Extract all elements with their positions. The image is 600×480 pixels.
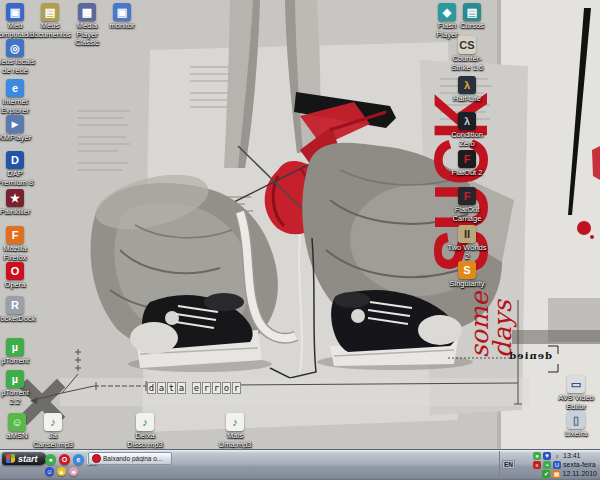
desktop-icon-painkiller[interactable]: ★Painkiller [0, 189, 35, 217]
mozilla-firefox-icon: F [6, 226, 24, 244]
mp3-2-icon: ♪ [136, 413, 154, 431]
desktop-icon-condition-zero[interactable]: λCondition Zero [447, 112, 487, 148]
dap-premium-icon: D [6, 151, 24, 169]
start-button-label: start [18, 454, 38, 464]
desktop-icon-mp3-2[interactable]: ♪Deixa Disso.mp3 [125, 413, 165, 449]
utorrent-2-icon: µ [6, 370, 24, 388]
media-player-classic-icon: ▦ [78, 3, 96, 21]
cursos-label: Cursos [452, 22, 492, 31]
flatout-2-label: FlatOut 2 [447, 169, 487, 178]
half-life-icon: λ [458, 76, 476, 94]
taskbar-window-button-label: Baixando página o... [103, 455, 162, 462]
desktop-screen: SUCK some days dataerror denied ▣Meu com… [0, 0, 600, 480]
amsn-label: aMSN [0, 432, 37, 441]
wallpaper-data-error-text: dataerror [147, 382, 241, 394]
flatout-2-icon: F [458, 150, 476, 168]
desktop-icon-flatout-2[interactable]: FFlatOut 2 [447, 150, 487, 178]
desktop-icon-amsn[interactable]: ☺aMSN [0, 413, 37, 441]
flatout-carnage-label: FlatOut Carnage [447, 206, 487, 223]
opera-quick-icon[interactable]: O [59, 454, 70, 465]
meus-locais-de-rede-label: Meus locais de rede [0, 58, 35, 75]
internet-explorer-icon: e [6, 79, 24, 97]
desktop-icon-singularity[interactable]: SSingularity [447, 261, 487, 289]
rocketdock-icon: R [6, 296, 24, 314]
antivirus-icon[interactable]: ✔ [542, 470, 550, 478]
mp3-3-label: Mais Uma.mp3 [215, 432, 255, 449]
desktop-icon-half-life[interactable]: λHalf-Life [447, 76, 487, 104]
desktop-icon-counter-strike-16[interactable]: CSCounter-Strike 1.6 [447, 36, 487, 72]
desktop-icon-media-player-classic[interactable]: ▦Media Player Classic [67, 3, 107, 48]
messenger-icon[interactable]: ☺ [45, 467, 54, 476]
avs-video-editor-label: AVS Video Editor [556, 394, 596, 411]
kmplayer-label: KMPlayer [0, 134, 35, 143]
half-life-label: Half-Life [447, 95, 487, 104]
rocketdock-label: RocketDock [0, 315, 35, 324]
desktop-icon-utorrent-2[interactable]: µµTorrent 2.2 [0, 370, 35, 406]
pink-app-icon[interactable]: ● [69, 467, 78, 476]
desktop-icon-opera[interactable]: OOpera [0, 262, 35, 290]
utorrent-label: µTorrent [0, 357, 35, 366]
utorrent-tray-icon[interactable]: ● [533, 452, 541, 460]
left-sneaker [130, 293, 262, 368]
desktop-icon-meus-locais-de-rede[interactable]: ◎Meus locais de rede [0, 39, 35, 75]
painkiller-label: Painkiller [0, 208, 35, 217]
desktop-icon-flatout-carnage[interactable]: FFlatOut Carnage [447, 187, 487, 223]
condition-zero-label: Condition Zero [447, 131, 487, 148]
desktop-icon-lixeira[interactable]: ▯Lixeira [556, 411, 596, 439]
opera-label: Opera [0, 281, 35, 290]
green-app-icon[interactable]: ▪ [543, 461, 551, 469]
mp3-2-label: Deixa Disso.mp3 [125, 432, 165, 449]
singularity-icon: S [458, 261, 476, 279]
desktop-icon-two-worlds-2[interactable]: IITwo Worlds 2 [447, 225, 487, 261]
amsn-icon: ☺ [8, 413, 26, 431]
desktop-icon-utorrent[interactable]: µµTorrent [0, 338, 35, 366]
painkiller-icon: ★ [6, 189, 24, 207]
xm-app-icon[interactable]: x [533, 461, 541, 469]
desktop-icon-cursos[interactable]: ▤Cursos [452, 3, 492, 31]
counter-strike-16-label: Counter-Strike 1.6 [447, 55, 487, 72]
avs-video-editor-icon: ▭ [567, 375, 585, 393]
yellow-app-icon[interactable]: ▲ [57, 467, 66, 476]
two-worlds-2-label: Two Worlds 2 [447, 244, 487, 261]
utorrent-icon: µ [6, 338, 24, 356]
ie-quick-icon[interactable]: e [73, 454, 84, 465]
system-tray: ●▼♪13:41 EN x▪Usexta-feira ✔▦12.11.2010 [499, 451, 599, 479]
desktop-icon-monitor[interactable]: ▣monitor [102, 3, 142, 31]
desktop-icon-rocketdock[interactable]: RRocketDock [0, 296, 35, 324]
mp3-3-icon: ♪ [226, 413, 244, 431]
start-button[interactable]: start [2, 452, 47, 465]
lixeira-icon: ▯ [567, 411, 585, 429]
desktop-icon-meus-documentos[interactable]: ▤Meus documentos [30, 3, 70, 39]
cursos-icon: ▤ [463, 3, 481, 21]
monitor-label: monitor [102, 22, 142, 31]
desktop-icon-mozilla-firefox[interactable]: FMozilla Firefox [0, 226, 35, 262]
messenger-tray-icon[interactable]: ▼ [543, 452, 551, 460]
internet-explorer-label: Internet Explorer [0, 98, 35, 115]
taskbar-second-row: ☺▲● [45, 467, 78, 476]
condition-zero-icon: λ [458, 112, 476, 130]
desktop-icon-mp3-1[interactable]: ♪Ja Cansei.mp3 [33, 413, 73, 449]
orange-app-icon[interactable]: ▦ [552, 470, 560, 478]
singularity-label: Singularity [447, 280, 487, 289]
desktop-icon-dap-premium[interactable]: DDAP Premium 8 [0, 151, 35, 187]
tray-clock-date: 12.11.2010 [562, 470, 597, 477]
opera-page-icon [92, 454, 101, 463]
monitor-icon: ▣ [113, 3, 131, 21]
flatout-carnage-icon: F [458, 187, 476, 205]
volume-icon[interactable]: ♪ [553, 452, 561, 460]
taskbar-window-button[interactable]: Baixando página o... [88, 452, 172, 465]
utorrent-quick-icon[interactable]: ● [45, 454, 56, 465]
dap-premium-label: DAP Premium 8 [0, 170, 35, 187]
desktop-icon-mp3-3[interactable]: ♪Mais Uma.mp3 [215, 413, 255, 449]
desktop-icon-kmplayer[interactable]: ►KMPlayer [0, 115, 35, 143]
desktop-icon-avs-video-editor[interactable]: ▭AVS Video Editor [556, 375, 596, 411]
language-indicator[interactable]: EN [502, 460, 515, 469]
desktop-icon-internet-explorer[interactable]: eInternet Explorer [0, 79, 35, 115]
windows-flag-icon [6, 454, 15, 464]
wallpaper-denied-text: denied [512, 350, 552, 361]
meus-locais-de-rede-icon: ◎ [6, 39, 24, 57]
dap-tray-icon[interactable]: U [553, 461, 561, 469]
kmplayer-icon: ► [6, 115, 24, 133]
meu-computador-icon: ▣ [6, 3, 24, 21]
tray-clock-time[interactable]: 13:41 [563, 452, 597, 459]
